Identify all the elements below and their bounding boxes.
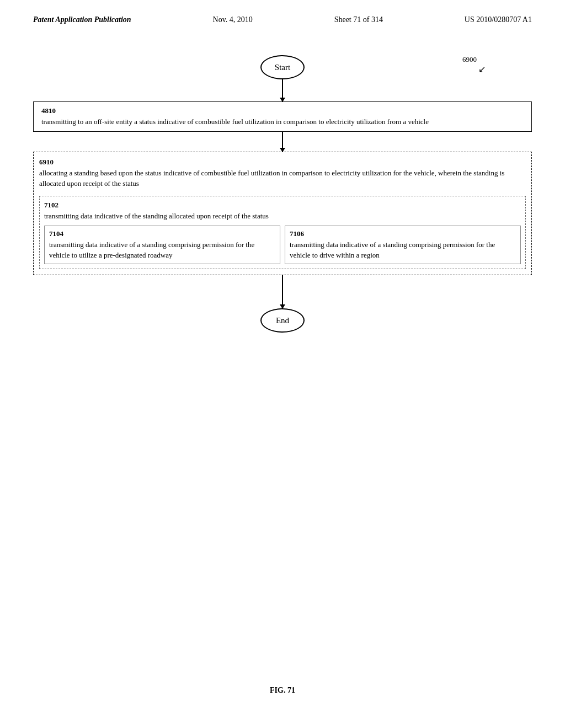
step-7104-box: 7104 transmitting data indicative of a s… xyxy=(44,226,280,264)
header-patent-number: US 2010/0280707 A1 xyxy=(465,15,532,24)
start-row: Start 6900 ↙ xyxy=(33,55,532,79)
step-6910-num: 6910 xyxy=(39,158,526,167)
step-7104-num: 7104 xyxy=(49,229,275,238)
ref-6900-arrow: ↙ xyxy=(478,64,486,74)
end-label: End xyxy=(276,316,289,325)
connector-6910-to-end xyxy=(282,275,283,308)
step-7106-text: transmitting data indicative of a standi… xyxy=(290,240,495,259)
end-row: End xyxy=(33,308,532,333)
flow-diagram: Start 6900 ↙ 4810 transmitting to an off… xyxy=(33,55,532,333)
step-7102-text: transmitting data indicative of the stan… xyxy=(44,212,269,220)
step-7102-box: 7102 transmitting data indicative of the… xyxy=(39,196,526,270)
step-4810-box: 4810 transmitting to an off-site entity … xyxy=(33,101,532,132)
start-node: Start xyxy=(260,55,305,79)
header-sheet: Sheet 71 of 314 xyxy=(334,15,383,24)
step-7106-box: 7106 transmitting data indicative of a s… xyxy=(285,226,521,264)
step-7104-7106-row: 7104 transmitting data indicative of a s… xyxy=(44,226,521,264)
header-date: Nov. 4, 2010 xyxy=(213,15,253,24)
step-7104-text: transmitting data indicative of a standi… xyxy=(49,240,254,259)
ref-6900-label: 6900 xyxy=(462,55,477,64)
figure-label: FIG. 71 xyxy=(270,686,295,695)
header-publication-type: Patent Application Publication xyxy=(33,15,131,24)
page-header: Patent Application Publication Nov. 4, 2… xyxy=(0,0,565,24)
step-7102-num: 7102 xyxy=(44,201,521,210)
start-label: Start xyxy=(275,63,290,72)
end-node: End xyxy=(260,308,305,333)
connector-4810-to-6910 xyxy=(282,132,283,152)
step-7106-num: 7106 xyxy=(290,229,516,238)
step-6910-outer-box: 6910 allocating a standing based upon th… xyxy=(33,152,532,275)
step-6910-text: allocating a standing based upon the sta… xyxy=(39,169,504,188)
step-4810-num: 4810 xyxy=(41,106,524,115)
step-4810-text: transmitting to an off-site entity a sta… xyxy=(41,117,429,126)
connector-start-to-4810 xyxy=(282,79,283,101)
